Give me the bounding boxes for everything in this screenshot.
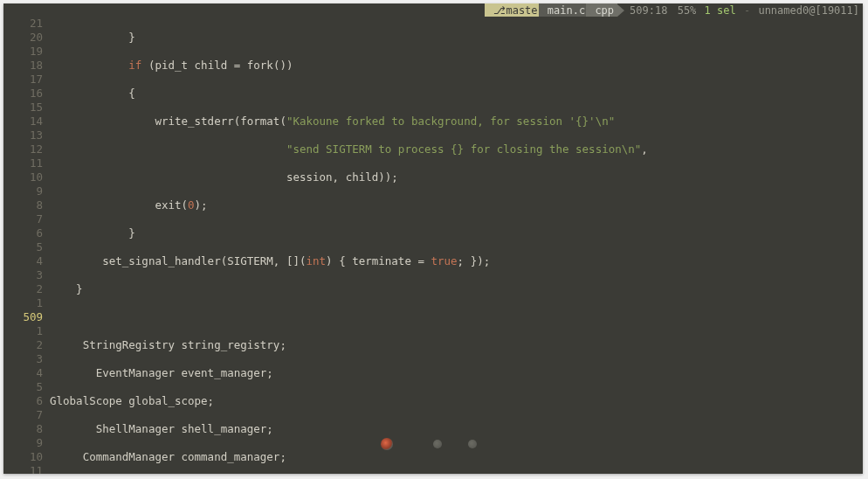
line-number: 8	[3, 198, 43, 212]
line-number: 509	[3, 310, 43, 324]
line-number: 21	[3, 17, 43, 31]
language-chip: cpp	[586, 3, 617, 17]
line-number: 20	[3, 31, 43, 45]
line-number: 15	[3, 101, 43, 115]
line-number: 18	[3, 59, 43, 73]
line-number: 3	[3, 268, 43, 282]
line-number: 9	[3, 436, 43, 450]
line-number: 6	[3, 226, 43, 240]
line-number: 4	[3, 254, 43, 268]
line-number: 11	[3, 156, 43, 170]
line-number: 10	[3, 170, 43, 184]
line-number: 3	[3, 352, 43, 366]
line-number: 7	[3, 212, 43, 226]
scroll-percent: 55%	[676, 3, 697, 17]
line-number: 1	[3, 296, 43, 310]
chip-tail	[617, 4, 624, 17]
line-number: 13	[3, 128, 43, 142]
line-number: 10	[3, 450, 43, 464]
line-number: 16	[3, 87, 43, 101]
line-number: 12	[3, 142, 43, 156]
line-number: 14	[3, 115, 43, 128]
line-number: 2	[3, 338, 43, 352]
line-number: 5	[3, 380, 43, 394]
line-number: 17	[3, 73, 43, 87]
cursor-position: 509:18	[628, 3, 667, 17]
line-number-gutter: 2120191817161514131211109876543215091234…	[3, 17, 50, 474]
selection-count: 1 sel	[705, 3, 736, 17]
filename-label: main.cc	[548, 3, 592, 17]
line-number: 6	[3, 394, 43, 408]
line-number: 19	[3, 45, 43, 59]
line-number: 11	[3, 464, 43, 474]
branch-label: ⎇master	[493, 3, 543, 17]
line-number: 8	[3, 422, 43, 436]
editor-window: ⎇master main.cc cpp 509:18 55% 1 sel - u…	[3, 3, 863, 474]
line-number: 5	[3, 240, 43, 254]
line-number: 1	[3, 324, 43, 338]
line-number: 2	[3, 282, 43, 296]
line-number: 4	[3, 366, 43, 380]
code-area[interactable]: 2120191817161514131211109876543215091234…	[3, 17, 863, 474]
line-number: 7	[3, 408, 43, 422]
code-content[interactable]: } if (pid_t child = fork()) { write_stde…	[50, 17, 863, 474]
client-label: unnamed0@[19011]	[758, 3, 859, 17]
status-dash: -	[744, 3, 750, 17]
language-label: cpp	[595, 3, 614, 17]
status-bar: ⎇master main.cc cpp 509:18 55% 1 sel - u…	[3, 3, 863, 17]
line-number: 9	[3, 184, 43, 198]
